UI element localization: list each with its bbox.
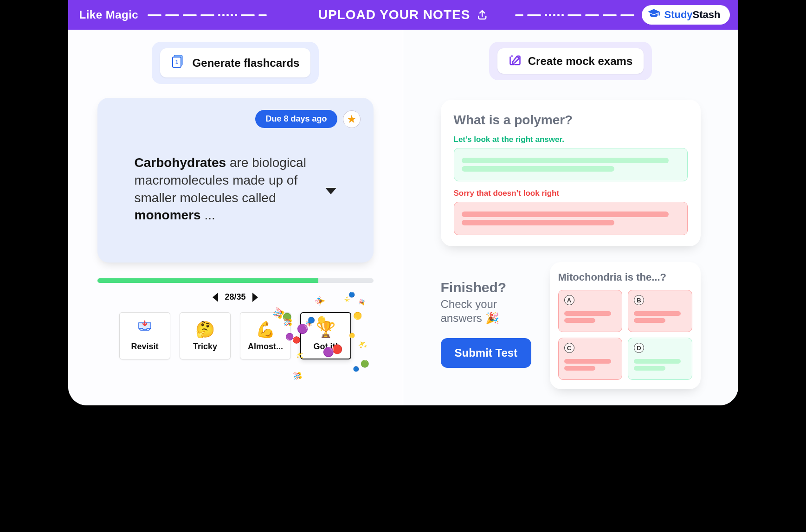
graduation-cap-icon xyxy=(647,7,660,22)
expand-icon[interactable] xyxy=(325,188,336,194)
main-split: 1 Generate flashcards Due 8 days ago ★ C… xyxy=(68,30,738,405)
tricky-icon: 🤔 xyxy=(195,320,215,338)
flashcards-pane: 1 Generate flashcards Due 8 days ago ★ C… xyxy=(68,30,403,405)
star-icon: ★ xyxy=(347,113,357,126)
rating-label: Almost... xyxy=(248,342,283,352)
mcq-option-B[interactable]: B xyxy=(628,290,692,332)
prev-button[interactable] xyxy=(213,293,218,302)
rating-button-almost[interactable]: 💪Almost... xyxy=(240,312,291,359)
exams-pane: Create mock exams What is a polymer? Let… xyxy=(403,30,738,405)
upload-notes-cta[interactable]: UPLOAD YOUR NOTES xyxy=(318,7,488,22)
brand-logo[interactable]: StudyStash xyxy=(642,5,729,25)
option-letter: A xyxy=(564,295,574,305)
due-badge: Due 8 days ago xyxy=(255,110,337,128)
finish-block: Finished? Check your answers 🎉 Submit Te… xyxy=(441,262,537,368)
next-button[interactable] xyxy=(252,293,258,302)
generate-flashcards-button[interactable]: 1 Generate flashcards xyxy=(160,48,311,77)
generate-flashcards-label: Generate flashcards xyxy=(193,57,300,70)
banner-decoration-left xyxy=(148,14,267,16)
rating-button-tricky[interactable]: 🤔Tricky xyxy=(180,312,231,359)
mcq-option-A[interactable]: A xyxy=(558,290,623,332)
correct-feedback-label: Let’s look at the right answer. xyxy=(454,135,688,144)
create-mock-exams-wrap: Create mock exams xyxy=(489,42,652,80)
banner-decoration-right xyxy=(515,14,634,16)
create-mock-exams-button[interactable]: Create mock exams xyxy=(497,48,644,74)
gotit-icon: 🏆 xyxy=(316,320,335,338)
flashcard[interactable]: Due 8 days ago ★ Carbohydrates are biolo… xyxy=(97,98,374,263)
almost-icon: 💪 xyxy=(256,320,275,338)
mcq-options: ABCD xyxy=(558,290,692,380)
top-banner: Like Magic UPLOAD YOUR NOTES StudyStash xyxy=(68,0,738,30)
brand-name: StudyStash xyxy=(664,9,720,21)
rating-label: Tricky xyxy=(193,342,217,352)
create-mock-exams-label: Create mock exams xyxy=(528,55,632,68)
finished-title: Finished? xyxy=(441,280,537,295)
question-title: What is a polymer? xyxy=(454,113,688,128)
mcq-card: Mitochondria is the...? ABCD xyxy=(550,262,701,389)
rating-row: 🎉✨🎊🟡🔵🟣🟢🔴🎉✨🎊🟡🔵🟣🟢🔴🎉✨🎊🟡🔵🟣 Revisit🤔Tricky💪Al… xyxy=(119,312,351,359)
upload-notes-label: UPLOAD YOUR NOTES xyxy=(318,7,471,22)
correct-answer-panel xyxy=(454,148,688,181)
question-card: What is a polymer? Let’s look at the rig… xyxy=(441,100,701,246)
incorrect-feedback-label: Sorry that doesn’t look right xyxy=(454,189,688,198)
mcq-title: Mitochondria is the...? xyxy=(558,271,692,283)
incorrect-answer-panel xyxy=(454,202,688,235)
page-indicator: 28/35 xyxy=(225,292,245,302)
option-letter: C xyxy=(564,343,574,353)
revisit-icon xyxy=(136,320,153,338)
app-frame: Like Magic UPLOAD YOUR NOTES StudyStash xyxy=(68,0,738,405)
rating-label: Revisit xyxy=(131,342,158,352)
svg-text:1: 1 xyxy=(175,59,178,64)
flashcard-text: Carbohydrates are biological macromolecu… xyxy=(135,154,319,224)
option-letter: D xyxy=(634,343,644,353)
create-exam-icon xyxy=(509,54,522,68)
bottom-row: Finished? Check your answers 🎉 Submit Te… xyxy=(441,262,701,389)
option-letter: B xyxy=(634,295,644,305)
flashcards-icon: 1 xyxy=(171,54,186,72)
upload-icon xyxy=(477,9,488,20)
rating-button-gotit[interactable]: 🏆Got it! xyxy=(300,312,351,359)
mcq-option-D[interactable]: D xyxy=(628,338,692,380)
rating-button-revisit[interactable]: Revisit xyxy=(119,312,170,359)
finished-subtitle: Check your answers 🎉 xyxy=(441,297,537,325)
banner-left-text: Like Magic xyxy=(79,8,139,21)
rating-label: Got it! xyxy=(314,342,338,352)
pager: 28/35 xyxy=(97,292,374,302)
favorite-button[interactable]: ★ xyxy=(343,110,361,128)
progress-bar xyxy=(97,278,374,283)
generate-flashcards-wrap: 1 Generate flashcards xyxy=(152,42,319,84)
mcq-option-C[interactable]: C xyxy=(558,338,623,380)
progress: 28/35 xyxy=(97,278,374,302)
submit-test-button[interactable]: Submit Test xyxy=(441,338,532,368)
